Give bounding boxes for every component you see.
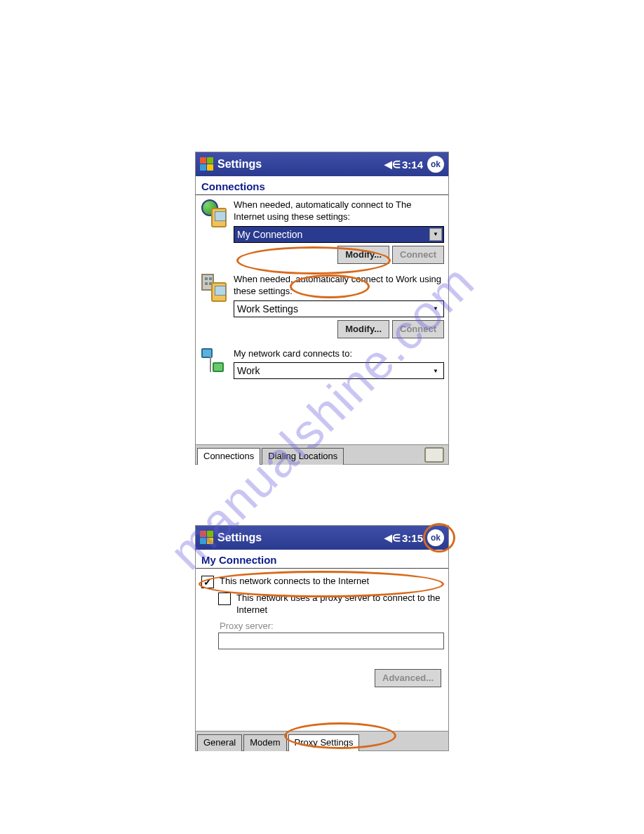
start-icon[interactable]	[200, 157, 214, 171]
ok-button[interactable]: ok	[427, 156, 444, 173]
tab-bar: General Modem Proxy Settings	[196, 731, 448, 750]
checkbox-internet-label: This network connects to the Internet	[220, 576, 443, 588]
device-screen-2: Settings ◀∈ 3:15 ok My Connection ✓ This…	[195, 525, 449, 751]
tab-bar: Connections Dialing Locations	[196, 444, 448, 464]
tab-dialing-locations[interactable]: Dialing Locations	[262, 448, 344, 465]
checkbox-proxy-row: This network uses a proxy server to conn…	[218, 593, 443, 616]
work-dropdown-value: Work Settings	[237, 303, 429, 315]
internet-dropdown[interactable]: My Connection ▼	[234, 226, 444, 243]
tab-modem[interactable]: Modem	[243, 734, 286, 751]
clock-time[interactable]: 3:14	[402, 159, 423, 171]
proxy-server-label: Proxy server:	[220, 621, 443, 631]
internet-section: When needed, automatically connect to Th…	[200, 199, 444, 270]
checkbox-internet-row: ✓ This network connects to the Internet	[201, 576, 443, 588]
keyboard-icon[interactable]	[424, 447, 444, 463]
advanced-button: Advanced...	[375, 669, 441, 687]
clock-time[interactable]: 3:15	[402, 532, 423, 544]
work-modify-button[interactable]: Modify...	[337, 320, 389, 338]
volume-icon[interactable]: ◀∈	[384, 532, 401, 543]
ok-button[interactable]: ok	[427, 529, 444, 546]
page-title: Connections	[196, 176, 448, 195]
internet-modify-button[interactable]: Modify...	[337, 246, 389, 264]
chevron-down-icon: ▼	[429, 228, 442, 241]
navbar: Settings ◀∈ 3:15 ok	[196, 526, 448, 550]
content-area: When needed, automatically connect to Th…	[196, 195, 448, 390]
navbar-title: Settings	[217, 531, 262, 544]
work-icon	[200, 274, 231, 305]
work-connect-button: Connect	[392, 320, 444, 338]
work-dropdown[interactable]: Work Settings ▼	[234, 300, 444, 317]
checkbox-connects-internet[interactable]: ✓	[201, 576, 214, 588]
start-icon[interactable]	[200, 531, 214, 545]
card-section: My network card connects to: Work ▼	[200, 348, 444, 383]
tab-connections[interactable]: Connections	[197, 448, 260, 465]
page-title: My Connection	[196, 550, 448, 569]
chevron-down-icon: ▼	[429, 364, 442, 377]
network-card-icon	[200, 348, 231, 379]
checkbox-uses-proxy[interactable]	[218, 593, 231, 605]
internet-label: When needed, automatically connect to Th…	[234, 199, 444, 223]
device-screen-1: Settings ◀∈ 3:14 ok Connections When nee…	[195, 152, 449, 465]
content-area: ✓ This network connects to the Internet …	[196, 569, 448, 696]
volume-icon[interactable]: ◀∈	[384, 159, 401, 170]
internet-connect-button: Connect	[392, 246, 444, 264]
chevron-down-icon: ▼	[429, 303, 442, 315]
card-dropdown[interactable]: Work ▼	[234, 362, 444, 379]
proxy-server-input[interactable]	[218, 633, 444, 649]
navbar: Settings ◀∈ 3:14 ok	[196, 152, 448, 176]
tab-general[interactable]: General	[197, 734, 242, 751]
work-section: When needed, automatically connect to Wo…	[200, 274, 444, 344]
card-label: My network card connects to:	[234, 348, 444, 360]
tab-proxy-settings[interactable]: Proxy Settings	[288, 734, 360, 751]
internet-dropdown-value: My Connection	[237, 229, 429, 240]
checkbox-proxy-label: This network uses a proxy server to conn…	[236, 593, 443, 616]
internet-icon	[200, 199, 231, 230]
work-label: When needed, automatically connect to Wo…	[234, 274, 444, 298]
card-dropdown-value: Work	[237, 365, 429, 376]
navbar-title: Settings	[217, 158, 262, 171]
